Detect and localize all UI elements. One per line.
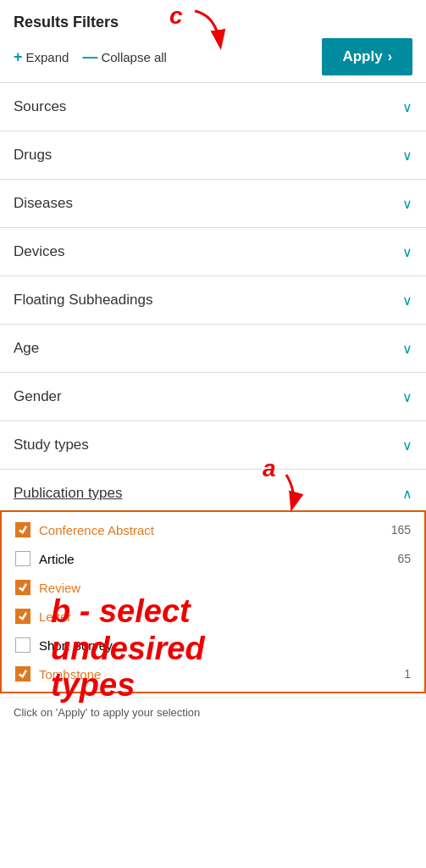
filter-section-floating-subheadings: Floating Subheadings ∨ <box>0 275 426 324</box>
diseases-chevron-icon: ∨ <box>402 196 412 212</box>
filter-section-drugs: Drugs ∨ <box>0 131 426 179</box>
expand-label: Expand <box>26 50 69 64</box>
floating-subheadings-chevron-icon: ∨ <box>402 292 412 309</box>
sources-chevron-icon: ∨ <box>402 99 412 115</box>
pub-type-item-conference-abstract: Conference Abstract 165 <box>2 515 424 544</box>
age-header[interactable]: Age ∨ <box>0 325 426 372</box>
pub-type-name-letter: Letter <box>39 609 71 624</box>
pub-type-item-article: Article 65 <box>2 544 424 573</box>
filter-section-gender: Gender ∨ <box>0 372 426 420</box>
collapse-label: Collapse all <box>101 50 167 64</box>
gender-label: Gender <box>14 388 62 405</box>
filter-section-study-types: Study types ∨ <box>0 420 426 469</box>
checkbox-tombstone[interactable] <box>15 666 30 682</box>
header-controls: + Expand — Collapse all Apply › <box>14 38 412 75</box>
apply-arrow-icon: › <box>388 49 392 64</box>
results-filters-panel: Results Filters + Expand — Collapse all … <box>0 0 426 727</box>
gender-chevron-icon: ∨ <box>402 389 412 405</box>
pub-type-item-letter: Letter <box>2 602 424 631</box>
checkbox-letter[interactable] <box>15 609 30 624</box>
results-filters-title: Results Filters <box>14 14 412 31</box>
sources-label: Sources <box>14 98 66 115</box>
publication-types-chevron-icon: ∧ <box>402 486 412 502</box>
floating-subheadings-label: Floating Subheadings <box>14 292 152 309</box>
footer-hint: Click on 'Apply' to apply your selection <box>0 697 426 727</box>
drugs-header[interactable]: Drugs ∨ <box>0 131 426 179</box>
pub-type-left-conference-abstract: Conference Abstract <box>15 522 154 537</box>
study-types-header[interactable]: Study types ∨ <box>0 421 426 469</box>
drugs-label: Drugs <box>14 147 52 164</box>
devices-header[interactable]: Devices ∨ <box>0 228 426 275</box>
pub-type-count-tombstone: 1 <box>404 667 411 681</box>
drugs-chevron-icon: ∨ <box>402 147 412 164</box>
sources-header[interactable]: Sources ∨ <box>0 83 426 131</box>
gender-header[interactable]: Gender ∨ <box>0 373 426 420</box>
pub-type-left-short-survey: Short Survey <box>15 637 113 653</box>
publication-types-header[interactable]: Publication types ∧ <box>0 469 426 510</box>
pub-type-name-short-survey: Short Survey <box>39 638 113 653</box>
pub-type-left-tombstone: Tombstone <box>15 666 101 682</box>
expand-button[interactable]: + Expand <box>14 48 69 66</box>
filter-section-diseases: Diseases ∨ <box>0 179 426 227</box>
pub-type-name-tombstone: Tombstone <box>39 667 101 682</box>
pub-type-left-review: Review <box>15 580 80 595</box>
checkbox-conference-abstract[interactable] <box>15 522 30 537</box>
pub-type-name-article: Article <box>39 552 75 566</box>
apply-label: Apply <box>342 48 382 65</box>
pub-type-name-conference-abstract: Conference Abstract <box>39 523 154 537</box>
diseases-header[interactable]: Diseases ∨ <box>0 180 426 227</box>
checkbox-review[interactable] <box>15 580 30 595</box>
pub-type-left-article: Article <box>15 551 75 566</box>
pub-type-count-article: 65 <box>397 552 411 565</box>
checkbox-short-survey[interactable] <box>15 637 30 653</box>
checkbox-article[interactable] <box>15 551 30 566</box>
results-filters-header: Results Filters + Expand — Collapse all … <box>0 0 426 82</box>
study-types-chevron-icon: ∨ <box>402 437 412 453</box>
pub-type-item-review: Review <box>2 573 424 602</box>
collapse-button[interactable]: — Collapse all <box>82 48 167 66</box>
devices-label: Devices <box>14 243 64 260</box>
devices-chevron-icon: ∨ <box>402 244 412 260</box>
age-chevron-icon: ∨ <box>402 341 412 357</box>
publication-types-list: Conference Abstract 165 Article 65 Revie… <box>0 510 426 693</box>
pub-type-left-letter: Letter <box>15 609 71 624</box>
filter-section-devices: Devices ∨ <box>0 227 426 275</box>
publication-types-label: Publication types <box>14 485 123 502</box>
minus-icon: — <box>82 48 97 66</box>
pub-type-item-tombstone: Tombstone 1 <box>2 659 424 688</box>
study-types-label: Study types <box>14 437 89 453</box>
age-label: Age <box>14 340 39 357</box>
filter-section-age: Age ∨ <box>0 324 426 372</box>
filter-sections: Sources ∨ Drugs ∨ Diseases ∨ Devices ∨ <box>0 82 426 469</box>
pub-type-item-short-survey: Short Survey <box>2 631 424 659</box>
floating-subheadings-header[interactable]: Floating Subheadings ∨ <box>0 276 426 324</box>
pub-type-count-conference-abstract: 165 <box>391 523 411 537</box>
diseases-label: Diseases <box>14 195 73 212</box>
apply-button[interactable]: Apply › <box>322 38 412 75</box>
filter-section-sources: Sources ∨ <box>0 82 426 131</box>
plus-icon: + <box>14 48 23 66</box>
pub-type-name-review: Review <box>39 581 80 595</box>
